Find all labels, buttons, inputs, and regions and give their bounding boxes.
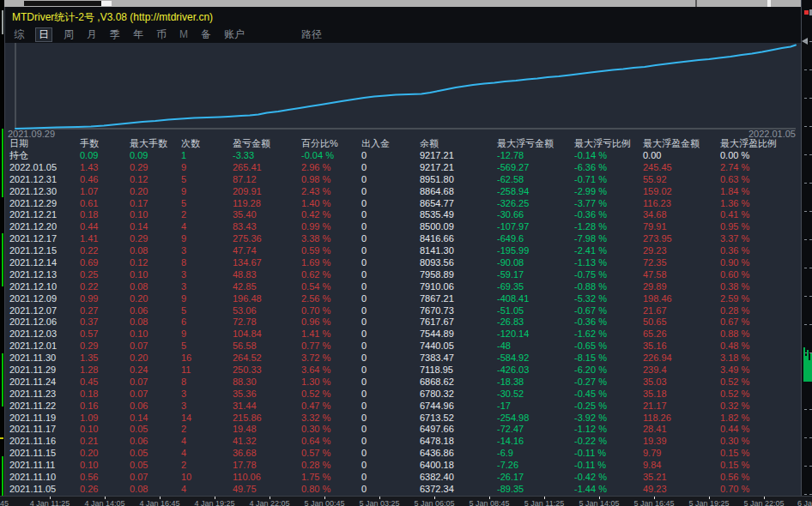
table-row[interactable]: 2021.11.291.280.2411250.333.64 %07118.95… xyxy=(5,364,801,376)
menu-item-备[interactable]: 备 xyxy=(199,28,213,41)
table-row[interactable]: 2021.12.310.460.12587.120.98 %08951.80-6… xyxy=(5,174,801,186)
column-header: 盈亏金额 xyxy=(233,137,301,150)
menu-item-综[interactable]: 综 xyxy=(12,28,26,41)
cell-inout: 0 xyxy=(361,233,420,245)
cell-max_float_loss_pct: -0.22 % xyxy=(574,436,643,448)
cell-max_float_profit_pct: 0.15 % xyxy=(720,448,801,460)
table-row[interactable]: 2021.12.210.180.10235.400.42 %08535.49-3… xyxy=(5,209,801,221)
cell-max_float_profit: 116.23 xyxy=(643,198,720,210)
menu-item-周[interactable]: 周 xyxy=(62,28,76,41)
menu-item-币[interactable]: 币 xyxy=(155,28,168,41)
cell-lots: 1.09 xyxy=(80,413,130,425)
cell-max_float_profit_pct: 2.74 % xyxy=(720,162,801,174)
cell-max_float_profit_pct: 0.38 % xyxy=(720,281,801,293)
cell-max_float_profit: 34.68 xyxy=(643,209,720,221)
menu-item-账户[interactable]: 账户 xyxy=(222,28,246,41)
cell-max_float_loss: -18.38 xyxy=(497,376,574,389)
menu-item-M[interactable]: M xyxy=(178,28,190,41)
cell-count: 8 xyxy=(181,257,233,269)
window-header: MTDriver统计-2号 ,V3.08 (http://mtdriver.cn… xyxy=(5,7,801,43)
table-row[interactable]: 2021.11.150.200.05436.680.57 %06436.86-6… xyxy=(5,448,801,460)
cell-pnl: 264.52 xyxy=(233,352,301,364)
table-row[interactable]: 2021.11.100.560.0710110.061.75 %06382.40… xyxy=(5,472,801,484)
cell-max_float_loss_pct: -5.32 % xyxy=(574,293,643,305)
cell-date: 2021.12.13 xyxy=(9,269,80,281)
menu-item-路径[interactable]: 路径 xyxy=(300,28,324,41)
table-row[interactable]: 2021.11.110.100.05217.780.28 %06400.18-7… xyxy=(5,460,801,472)
cell-balance: 7910.06 xyxy=(420,281,497,293)
cell-max_float_profit: 29.89 xyxy=(643,281,720,293)
background-price-axis-strip xyxy=(801,0,812,506)
time-axis-label: 6 Jan xyxy=(797,499,812,506)
menu-item-季[interactable]: 季 xyxy=(108,28,122,41)
cell-lots: 1.41 xyxy=(80,233,130,245)
cell-pct: 0.47 % xyxy=(301,401,361,413)
cell-count: 3 xyxy=(181,245,233,257)
menu-item-日[interactable]: 日 xyxy=(35,27,52,42)
cell-balance: 7383.47 xyxy=(420,352,497,364)
cell-pct: 0.54 % xyxy=(301,281,361,293)
table-row[interactable]: 2021.11.191.090.1414215.863.32 %06713.52… xyxy=(5,413,801,425)
cell-max_float_loss: -59.17 xyxy=(497,269,574,281)
table-row[interactable]: 2021.12.130.250.10348.830.62 %07958.89-5… xyxy=(5,269,801,281)
table-row[interactable]: 2021.11.240.450.07888.301.30 %06868.62-1… xyxy=(5,376,801,389)
screen: MTDriver统计-2号 ,V3.08 (http://mtdriver.cn… xyxy=(0,0,812,506)
cell-pnl: 215.86 xyxy=(233,413,301,425)
cell-max_float_profit: 9.84 xyxy=(643,460,720,472)
cell-max_float_loss_pct: -8.15 % xyxy=(574,352,643,364)
table-row[interactable]: 2021.11.160.210.06441.320.64 %06478.18-1… xyxy=(5,436,801,448)
cell-lots: 0.25 xyxy=(80,269,130,281)
cell-balance: 6497.66 xyxy=(420,424,497,436)
table-row[interactable]: 2022.01.051.430.299265.412.96 %09217.21-… xyxy=(5,162,801,174)
menu-item-月[interactable]: 月 xyxy=(85,28,99,41)
time-axis-label: 5 Jan 22:05 xyxy=(743,499,784,506)
cell-pct: 0.98 % xyxy=(301,174,361,186)
table-row[interactable]: 2021.11.050.260.08449.750.80 %06372.34-8… xyxy=(5,484,801,496)
cell-pnl: 104.84 xyxy=(233,328,301,340)
cell-lots: 0.22 xyxy=(80,245,130,257)
price-axis-tick xyxy=(804,494,812,495)
table-row[interactable]: 2021.11.220.160.06331.440.47 %06744.96-1… xyxy=(5,401,801,413)
table-row[interactable]: 2021.11.170.100.05219.480.30 %06497.66-7… xyxy=(5,424,801,436)
cell-max_lots: 0.20 xyxy=(130,293,181,305)
table-row[interactable]: 2021.12.100.220.08342.850.54 %07910.06-6… xyxy=(5,281,801,293)
cell-balance: 9217.21 xyxy=(420,150,497,162)
cell-inout: 0 xyxy=(361,472,420,484)
cell-max_float_loss_pct: -0.27 % xyxy=(574,376,643,389)
table-row[interactable]: 2021.11.301.350.2016264.523.72 %07383.47… xyxy=(5,352,801,364)
cell-date: 2021.11.19 xyxy=(9,413,80,425)
cell-balance: 6744.96 xyxy=(420,401,497,413)
cell-lots: 0.46 xyxy=(80,174,130,186)
table-row[interactable]: 2021.12.030.570.109104.841.41 %07544.89-… xyxy=(5,328,801,340)
table-row[interactable]: 2021.12.290.610.175119.281.40 %08654.77-… xyxy=(5,198,801,210)
cell-date: 2021.12.03 xyxy=(9,328,80,340)
cell-max_float_profit_pct: 0.63 % xyxy=(720,174,801,186)
table-row[interactable]: 持仓0.090.091-3.33-0.04 %09217.21-12.78-0.… xyxy=(5,150,801,162)
cell-max_float_loss: -26.17 xyxy=(497,472,574,484)
cell-count: 3 xyxy=(181,269,233,281)
table-row[interactable]: 2021.12.301.070.209209.912.43 %08864.68-… xyxy=(5,186,801,198)
column-header: 最大浮盈比例 xyxy=(720,137,801,150)
cell-pct: 0.77 % xyxy=(301,340,361,352)
table-row[interactable]: 2021.12.140.690.128134.671.69 %08093.56-… xyxy=(5,257,801,269)
menu-item-年[interactable]: 年 xyxy=(131,28,145,41)
table-row[interactable]: 2021.12.171.410.299275.363.38 %08416.66-… xyxy=(5,233,801,245)
cell-max_float_loss: -326.25 xyxy=(497,198,574,210)
table-row[interactable]: 2021.12.060.370.08672.780.96 %07617.67-2… xyxy=(5,316,801,328)
cell-max_float_loss: -426.03 xyxy=(497,364,574,376)
table-row[interactable]: 2021.12.070.270.06553.060.70 %07670.73-5… xyxy=(5,305,801,317)
table-row[interactable]: 2021.12.200.440.14483.430.99 %08500.09-1… xyxy=(5,221,801,233)
column-header: 百分比% xyxy=(301,137,361,150)
cell-inout: 0 xyxy=(361,460,420,472)
cell-lots: 0.09 xyxy=(80,150,130,162)
cell-pct: 0.30 % xyxy=(301,424,361,436)
cell-max_float_profit: 239.4 xyxy=(643,364,720,376)
table-row[interactable]: 2021.12.150.220.08347.740.59 %08141.30-1… xyxy=(5,245,801,257)
cell-count: 3 xyxy=(181,401,233,413)
table-row[interactable]: 2021.12.090.990.209196.482.56 %07867.21-… xyxy=(5,293,801,305)
table-row[interactable]: 2021.11.230.180.07335.360.52 %06780.32-3… xyxy=(5,389,801,401)
cell-pnl: 265.41 xyxy=(233,162,301,174)
cell-count: 10 xyxy=(181,472,233,484)
table-row[interactable]: 2021.12.010.290.07556.580.77 %07440.05-4… xyxy=(5,340,801,352)
cell-inout: 0 xyxy=(361,328,420,340)
